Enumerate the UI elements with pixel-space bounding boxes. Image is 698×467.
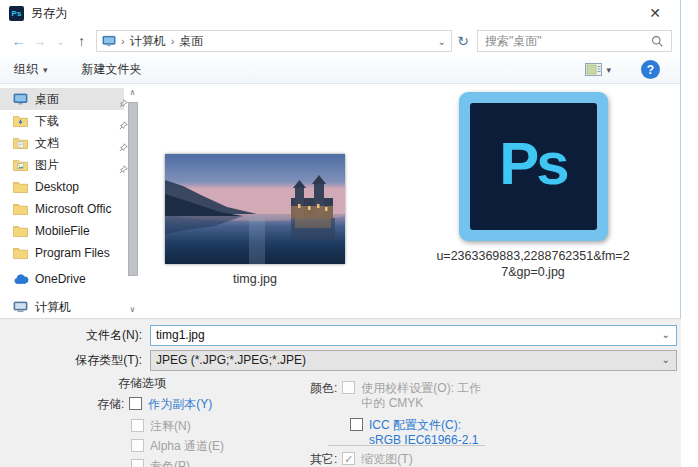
filename-dropdown-icon[interactable]: ⌄ — [662, 329, 670, 340]
back-icon[interactable]: ← — [8, 30, 29, 52]
sidebar-item-label: OneDrive — [35, 272, 86, 286]
new-folder-button[interactable]: 新建文件夹 — [82, 61, 142, 78]
as-copy-label[interactable]: 作为副本(Y) — [148, 397, 212, 412]
quick-access-sidebar: 桌面 下载 文档 图片 Desktop — [0, 84, 140, 318]
sidebar-item-label: MobileFile — [35, 224, 90, 238]
organize-button[interactable]: 组织 ▾ — [14, 61, 48, 78]
command-bar: 组织 ▾ 新建文件夹 ▾ ? — [0, 56, 680, 84]
title-bar: Ps 另存为 ✕ — [0, 0, 680, 26]
sidebar-item-label: 桌面 — [35, 91, 59, 108]
sidebar-item-computer[interactable]: 计算机 — [0, 296, 124, 318]
search-icon[interactable] — [651, 35, 664, 48]
thumbnail-checkbox: ✓ — [342, 452, 355, 465]
file-name: u=2363369883,2288762351&fm=2 7&gp=0.jpg — [436, 249, 629, 280]
ps-logo: Ps — [470, 103, 597, 230]
folder-icon — [13, 203, 30, 215]
recent-locations-icon[interactable]: ⌄ — [50, 30, 71, 52]
search-input[interactable]: 搜索"桌面" — [477, 30, 672, 52]
computer-icon — [13, 301, 30, 313]
sidebar-item-label: 计算机 — [35, 299, 71, 316]
sidebar-item-documents[interactable]: 文档 — [0, 132, 124, 154]
breadcrumb[interactable]: › 计算机 › 桌面 ⌄ — [96, 30, 452, 52]
sidebar-item-pictures[interactable]: 图片 — [0, 154, 124, 176]
window-title: 另存为 — [31, 5, 67, 22]
spot-colors-label: 专色(P) — [150, 459, 190, 467]
filetype-dropdown-icon[interactable]: ⌄ — [662, 354, 670, 365]
alpha-channels-label: Alpha 通道(E) — [150, 439, 224, 454]
sidebar-item-label: 图片 — [35, 157, 59, 174]
sidebar-item-onedrive[interactable]: OneDrive — [0, 268, 124, 290]
documents-folder-icon — [13, 137, 30, 149]
icc-profile-line1: ICC 配置文件(C): — [369, 418, 478, 433]
address-dropdown-icon[interactable]: ⌄ — [438, 36, 446, 47]
file-item-ps-image[interactable]: Ps u=2363369883,2288762351&fm=2 7&gp=0.j… — [408, 92, 658, 280]
photoshop-app-icon: Ps — [9, 6, 24, 21]
scroll-down-icon[interactable]: ∨ — [126, 305, 139, 314]
icc-profile-label[interactable]: ICC 配置文件(C): sRGB IEC61966-2.1 — [369, 418, 478, 448]
spot-colors-checkbox — [131, 459, 144, 467]
sidebar-item-label: Program Files — [35, 246, 110, 260]
folder-icon — [13, 181, 30, 193]
filetype-select[interactable]: JPEG (*.JPG;*.JPEG;*.JPE) — [150, 350, 677, 371]
breadcrumb-item-desktop[interactable]: 桌面 — [179, 33, 203, 50]
downloads-folder-icon — [13, 115, 30, 127]
ps-logo-text: Ps — [499, 129, 566, 204]
proof-setup-label: 使用校样设置(O): 工作中的 CMYK — [361, 381, 483, 411]
forward-icon[interactable]: → — [29, 30, 50, 52]
save-as-dialog: Ps 另存为 ✕ ← → ⌄ ↑ › 计算机 › 桌面 ⌄ ↻ 搜索"桌面" — [0, 0, 681, 467]
breadcrumb-separator: › — [171, 35, 175, 47]
proof-setup-checkbox — [342, 381, 355, 394]
view-mode-caret-icon[interactable]: ▾ — [606, 65, 611, 75]
scroll-up-icon[interactable]: ∧ — [126, 88, 139, 97]
color-group-label: 颜色: — [310, 381, 337, 396]
navigation-bar: ← → ⌄ ↑ › 计算机 › 桌面 ⌄ ↻ 搜索"桌面" — [0, 26, 680, 56]
sidebar-item-mobilefile[interactable]: MobileFile — [0, 220, 124, 242]
onedrive-icon — [13, 274, 30, 285]
view-mode-icon[interactable] — [585, 63, 602, 76]
file-item-timg[interactable]: timg.jpg — [160, 154, 350, 288]
filetype-label: 保存类型(T): — [0, 352, 150, 369]
file-name-line2: 7&gp=0.jpg — [436, 265, 629, 281]
save-options-panel: 文件名(N): ⌄ 保存类型(T): JPEG (*.JPG;*.JPEG;*.… — [0, 318, 681, 467]
help-icon[interactable]: ? — [641, 60, 660, 79]
check-icon: ✓ — [343, 453, 354, 465]
desktop-location-icon — [102, 35, 116, 47]
sidebar-item-desktop-pinned[interactable]: 桌面 — [0, 88, 124, 110]
filename-label: 文件名(N): — [0, 327, 150, 344]
timg-thumbnail — [165, 154, 345, 264]
file-name-line1: u=2363369883,2288762351&fm=2 — [436, 249, 629, 265]
annotations-checkbox — [131, 419, 144, 432]
up-icon[interactable]: ↑ — [71, 30, 92, 52]
other-group-label: 其它: — [310, 452, 337, 467]
sidebar-item-microsoft-office[interactable]: Microsoft Offic — [0, 198, 124, 220]
options-divider — [328, 445, 485, 446]
close-icon[interactable]: ✕ — [642, 3, 668, 23]
sidebar-item-label: Desktop — [35, 180, 79, 194]
sidebar-item-label: Microsoft Offic — [35, 202, 111, 216]
organize-caret-icon: ▾ — [43, 65, 48, 75]
file-list: timg.jpg Ps u=2363369883,2288762351&fm=2… — [140, 84, 680, 318]
sidebar-item-program-files[interactable]: Program Files — [0, 242, 124, 264]
sidebar-item-desktop-folder[interactable]: Desktop — [0, 176, 124, 198]
sidebar-item-downloads[interactable]: 下载 — [0, 110, 124, 132]
breadcrumb-item-computer[interactable]: 计算机 — [130, 33, 166, 50]
file-browser-body: 桌面 下载 文档 图片 Desktop — [0, 84, 680, 318]
pictures-folder-icon — [13, 159, 30, 171]
ps-image-thumbnail: Ps — [459, 92, 608, 241]
organize-label: 组织 — [14, 61, 38, 78]
search-placeholder: 搜索"桌面" — [485, 33, 542, 50]
as-copy-checkbox[interactable] — [129, 397, 142, 410]
icc-profile-checkbox[interactable] — [350, 418, 363, 431]
annotations-label: 注释(N) — [150, 419, 191, 434]
filename-input[interactable] — [150, 325, 677, 346]
breadcrumb-separator: › — [121, 35, 125, 47]
alpha-channels-checkbox — [131, 439, 144, 452]
sidebar-scrollbar[interactable]: ∧ ∨ — [126, 84, 139, 318]
desktop-icon — [13, 93, 30, 105]
save-group-label: 存储: — [97, 397, 124, 412]
refresh-icon[interactable]: ↻ — [452, 33, 474, 49]
folder-icon — [13, 247, 30, 259]
save-options-header: 存储选项 — [118, 375, 166, 392]
scrollbar-thumb[interactable] — [128, 102, 138, 276]
file-name: timg.jpg — [233, 272, 277, 288]
